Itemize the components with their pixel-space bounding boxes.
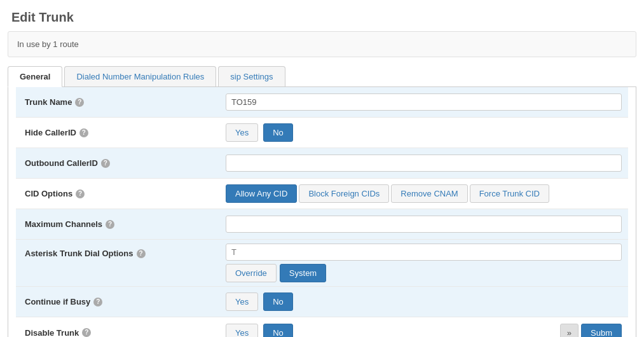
row-disable-trunk: Disable Trunk ? Yes No » Subm [16,317,628,337]
label-continue-if-busy: Continue if Busy ? [16,292,219,312]
override-btn[interactable]: Override [226,264,277,282]
trunk-name-input[interactable] [226,93,622,111]
help-icon-continue-if-busy[interactable]: ? [93,298,102,306]
control-outbound-callerid [219,151,628,175]
label-dial-options: Asterisk Trunk Dial Options ? [16,240,219,263]
continue-busy-yes[interactable]: Yes [226,292,258,311]
row-hide-callerid: Hide CallerID ? Yes No [16,118,628,148]
hide-callerid-yes[interactable]: Yes [226,123,258,142]
help-icon-maximum-channels[interactable]: ? [106,220,114,229]
row-maximum-channels: Maximum Channels ? [16,209,628,240]
help-icon-hide-callerid[interactable]: ? [79,128,88,137]
help-icon-outbound-callerid[interactable]: ? [101,159,110,168]
row-outbound-callerid: Outbound CallerID ? [16,148,628,179]
control-hide-callerid: Yes No [219,120,628,146]
cid-allow-any[interactable]: Allow Any CID [226,184,297,203]
continue-busy-no[interactable]: No [263,292,293,311]
help-icon-cid-options[interactable]: ? [76,189,85,198]
row-continue-if-busy: Continue if Busy ? Yes No [16,287,628,317]
tab-dialed[interactable]: Dialed Number Manipulation Rules [64,66,216,86]
hide-callerid-no[interactable]: No [263,123,293,142]
row-dial-options: Asterisk Trunk Dial Options ? Override S… [16,240,628,287]
cid-force-trunk[interactable]: Force Trunk CID [470,184,549,203]
cid-block-foreign[interactable]: Block Foreign CIDs [299,184,389,203]
dial-options-input[interactable] [226,244,622,261]
maximum-channels-input[interactable] [226,216,622,233]
control-dial-options: Override System [219,240,628,286]
control-disable-trunk: Yes No [219,320,560,338]
disable-trunk-no[interactable]: No [263,324,293,338]
help-icon-dial-options[interactable]: ? [137,249,146,258]
system-btn[interactable]: System [280,264,326,282]
help-icon-disable-trunk[interactable]: ? [82,328,91,337]
page-wrapper: Edit Trunk In use by 1 route General Dia… [0,0,644,337]
override-group: Override System [226,264,622,282]
disable-trunk-yes[interactable]: Yes [226,324,258,338]
row-trunk-name: Trunk Name ? [16,87,628,118]
control-maximum-channels [219,212,628,237]
submit-button[interactable]: Subm [581,324,622,338]
form-area: Trunk Name ? Hide CallerID ? Yes No Outb… [8,87,636,337]
tab-general[interactable]: General [8,66,62,87]
label-trunk-name: Trunk Name ? [16,92,219,112]
info-bar: In use by 1 route [8,31,636,57]
control-trunk-name [219,90,628,114]
label-maximum-channels: Maximum Channels ? [16,214,219,234]
control-cid-options: Allow Any CID Block Foreign CIDs Remove … [219,181,628,207]
tabs-row: General Dialed Number Manipulation Rules… [8,66,636,87]
tab-sip[interactable]: sip Settings [218,66,285,86]
label-cid-options: CID Options ? [16,184,219,203]
outbound-callerid-input[interactable] [226,155,622,172]
label-disable-trunk: Disable Trunk ? [16,323,219,338]
row-cid-options: CID Options ? Allow Any CID Block Foreig… [16,179,628,209]
nav-button[interactable]: » [560,324,579,338]
label-hide-callerid: Hide CallerID ? [16,123,219,142]
page-title: Edit Trunk [0,6,644,31]
cid-remove-cnam[interactable]: Remove CNAM [391,184,467,203]
label-outbound-callerid: Outbound CallerID ? [16,153,219,173]
control-continue-if-busy: Yes No [219,289,628,315]
help-icon-trunk-name[interactable]: ? [75,98,84,107]
cid-btn-group: Allow Any CID Block Foreign CIDs Remove … [226,184,549,203]
